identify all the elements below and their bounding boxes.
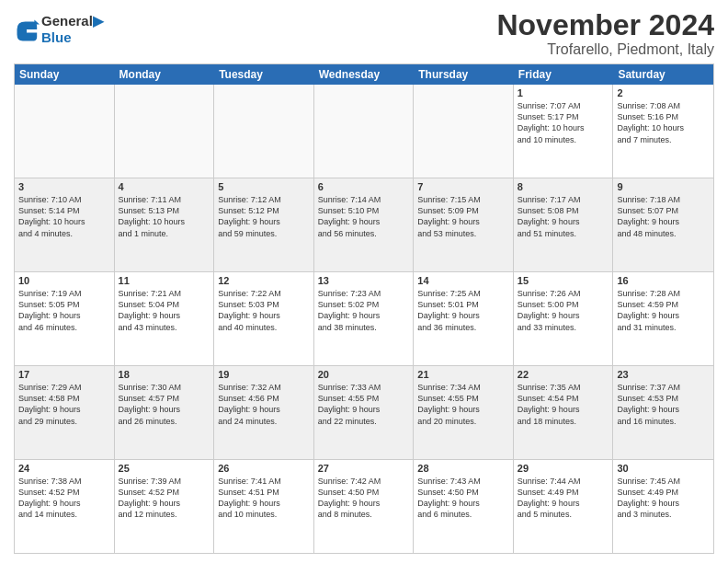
day-cell: 22Sunrise: 7:35 AM Sunset: 4:54 PM Dayli… (514, 366, 614, 459)
day-cell: 5Sunrise: 7:12 AM Sunset: 5:12 PM Daylig… (214, 178, 314, 271)
day-number: 5 (218, 181, 310, 192)
day-info: Sunrise: 7:11 AM Sunset: 5:13 PM Dayligh… (119, 194, 210, 239)
day-number: 2 (617, 87, 710, 98)
day-number: 9 (617, 181, 710, 192)
week-row: 10Sunrise: 7:19 AM Sunset: 5:05 PM Dayli… (15, 272, 713, 366)
calendar: SundayMondayTuesdayWednesdayThursdayFrid… (14, 63, 714, 554)
day-cell (15, 85, 115, 178)
day-cell: 21Sunrise: 7:34 AM Sunset: 4:55 PM Dayli… (414, 366, 514, 459)
month-title: November 2024 (496, 9, 714, 41)
day-number: 14 (417, 275, 509, 286)
day-cell: 8Sunrise: 7:17 AM Sunset: 5:08 PM Daylig… (514, 178, 614, 271)
day-info: Sunrise: 7:30 AM Sunset: 4:57 PM Dayligh… (119, 382, 210, 427)
day-number: 27 (318, 463, 410, 474)
day-info: Sunrise: 7:25 AM Sunset: 5:01 PM Dayligh… (417, 288, 509, 333)
day-info: Sunrise: 7:14 AM Sunset: 5:10 PM Dayligh… (318, 194, 410, 239)
day-cell: 10Sunrise: 7:19 AM Sunset: 5:05 PM Dayli… (15, 272, 115, 365)
day-cell: 2Sunrise: 7:08 AM Sunset: 5:16 PM Daylig… (613, 85, 713, 178)
day-cell: 23Sunrise: 7:37 AM Sunset: 4:53 PM Dayli… (613, 366, 713, 459)
day-cell: 6Sunrise: 7:14 AM Sunset: 5:10 PM Daylig… (314, 178, 415, 271)
day-info: Sunrise: 7:34 AM Sunset: 4:55 PM Dayligh… (417, 382, 509, 427)
week-row: 1Sunrise: 7:07 AM Sunset: 5:17 PM Daylig… (15, 85, 713, 178)
day-header: Friday (514, 64, 614, 85)
day-cell (414, 85, 514, 178)
week-row: 24Sunrise: 7:38 AM Sunset: 4:52 PM Dayli… (15, 460, 713, 553)
day-info: Sunrise: 7:23 AM Sunset: 5:02 PM Dayligh… (318, 288, 410, 333)
day-cell: 17Sunrise: 7:29 AM Sunset: 4:58 PM Dayli… (15, 366, 115, 459)
day-cell: 28Sunrise: 7:43 AM Sunset: 4:50 PM Dayli… (414, 460, 514, 553)
day-cell: 15Sunrise: 7:26 AM Sunset: 5:00 PM Dayli… (514, 272, 614, 365)
day-info: Sunrise: 7:18 AM Sunset: 5:07 PM Dayligh… (617, 194, 710, 239)
week-row: 17Sunrise: 7:29 AM Sunset: 4:58 PM Dayli… (15, 366, 713, 460)
day-header: Thursday (414, 64, 514, 85)
day-info: Sunrise: 7:28 AM Sunset: 4:59 PM Dayligh… (617, 288, 710, 333)
day-info: Sunrise: 7:12 AM Sunset: 5:12 PM Dayligh… (218, 194, 310, 239)
day-number: 6 (318, 181, 410, 192)
day-info: Sunrise: 7:33 AM Sunset: 4:55 PM Dayligh… (318, 382, 410, 427)
location-title: Trofarello, Piedmont, Italy (496, 41, 714, 58)
day-info: Sunrise: 7:35 AM Sunset: 4:54 PM Dayligh… (518, 382, 609, 427)
day-number: 22 (518, 369, 609, 380)
day-number: 17 (18, 369, 110, 380)
day-header: Wednesday (314, 64, 415, 85)
day-number: 24 (18, 463, 110, 474)
week-row: 3Sunrise: 7:10 AM Sunset: 5:14 PM Daylig… (15, 178, 713, 272)
day-info: Sunrise: 7:29 AM Sunset: 4:58 PM Dayligh… (18, 382, 110, 427)
day-header: Tuesday (214, 64, 314, 85)
day-cell: 13Sunrise: 7:23 AM Sunset: 5:02 PM Dayli… (314, 272, 415, 365)
day-number: 21 (417, 369, 509, 380)
day-number: 12 (218, 275, 310, 286)
day-cell: 18Sunrise: 7:30 AM Sunset: 4:57 PM Dayli… (115, 366, 215, 459)
day-number: 3 (18, 181, 110, 192)
day-number: 23 (617, 369, 710, 380)
day-header: Monday (115, 64, 215, 85)
weeks: 1Sunrise: 7:07 AM Sunset: 5:17 PM Daylig… (15, 85, 713, 553)
day-number: 30 (617, 463, 710, 474)
day-info: Sunrise: 7:15 AM Sunset: 5:09 PM Dayligh… (417, 194, 509, 239)
day-info: Sunrise: 7:41 AM Sunset: 4:51 PM Dayligh… (218, 476, 310, 521)
day-number: 7 (417, 181, 509, 192)
day-cell: 20Sunrise: 7:33 AM Sunset: 4:55 PM Dayli… (314, 366, 415, 459)
day-number: 29 (518, 463, 609, 474)
day-cell: 26Sunrise: 7:41 AM Sunset: 4:51 PM Dayli… (214, 460, 314, 553)
logo-icon (14, 17, 40, 42)
day-number: 25 (119, 463, 210, 474)
logo-text: General▶ Blue (41, 13, 104, 45)
day-info: Sunrise: 7:44 AM Sunset: 4:49 PM Dayligh… (518, 476, 609, 521)
day-info: Sunrise: 7:45 AM Sunset: 4:49 PM Dayligh… (617, 476, 710, 521)
day-number: 26 (218, 463, 310, 474)
svg-marker-1 (34, 19, 40, 24)
day-cell: 30Sunrise: 7:45 AM Sunset: 4:49 PM Dayli… (613, 460, 713, 553)
day-number: 11 (119, 275, 210, 286)
day-cell (214, 85, 314, 178)
header: General▶ Blue November 2024 Trofarello, … (14, 9, 714, 58)
day-cell: 27Sunrise: 7:42 AM Sunset: 4:50 PM Dayli… (314, 460, 415, 553)
day-cell: 1Sunrise: 7:07 AM Sunset: 5:17 PM Daylig… (514, 85, 614, 178)
day-cell (115, 85, 215, 178)
day-info: Sunrise: 7:19 AM Sunset: 5:05 PM Dayligh… (18, 288, 110, 333)
day-info: Sunrise: 7:22 AM Sunset: 5:03 PM Dayligh… (218, 288, 310, 333)
day-info: Sunrise: 7:26 AM Sunset: 5:00 PM Dayligh… (518, 288, 609, 333)
day-number: 1 (518, 87, 609, 98)
day-info: Sunrise: 7:10 AM Sunset: 5:14 PM Dayligh… (18, 194, 110, 239)
logo: General▶ Blue (14, 13, 104, 45)
day-number: 20 (318, 369, 410, 380)
day-header: Saturday (613, 64, 713, 85)
day-headers: SundayMondayTuesdayWednesdayThursdayFrid… (15, 64, 713, 85)
day-cell: 4Sunrise: 7:11 AM Sunset: 5:13 PM Daylig… (115, 178, 215, 271)
day-info: Sunrise: 7:43 AM Sunset: 4:50 PM Dayligh… (417, 476, 509, 521)
day-cell: 14Sunrise: 7:25 AM Sunset: 5:01 PM Dayli… (414, 272, 514, 365)
day-info: Sunrise: 7:17 AM Sunset: 5:08 PM Dayligh… (518, 194, 609, 239)
day-number: 16 (617, 275, 710, 286)
day-number: 18 (119, 369, 210, 380)
day-number: 10 (18, 275, 110, 286)
day-number: 15 (518, 275, 609, 286)
day-cell: 19Sunrise: 7:32 AM Sunset: 4:56 PM Dayli… (214, 366, 314, 459)
day-info: Sunrise: 7:42 AM Sunset: 4:50 PM Dayligh… (318, 476, 410, 521)
day-number: 13 (318, 275, 410, 286)
day-info: Sunrise: 7:38 AM Sunset: 4:52 PM Dayligh… (18, 476, 110, 521)
day-number: 4 (119, 181, 210, 192)
day-number: 8 (518, 181, 609, 192)
day-cell (314, 85, 415, 178)
day-cell: 7Sunrise: 7:15 AM Sunset: 5:09 PM Daylig… (414, 178, 514, 271)
